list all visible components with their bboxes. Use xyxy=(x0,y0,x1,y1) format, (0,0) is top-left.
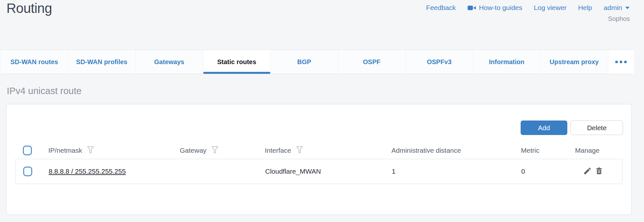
feedback-link[interactable]: Feedback xyxy=(426,4,456,12)
video-camera-icon xyxy=(467,5,476,11)
route-ip-netmask-link[interactable]: 8.8.8.8 / 255.255.255.255 xyxy=(49,168,126,175)
trash-icon xyxy=(595,167,603,176)
header-links: Feedback How-to guides Log viewer Help a… xyxy=(426,4,630,12)
column-header-gateway: Gateway xyxy=(180,147,207,154)
column-header-ip-netmask: IP/netmask xyxy=(48,147,82,154)
admin-menu-label: admin xyxy=(604,4,622,12)
filter-funnel-icon[interactable] xyxy=(87,146,94,155)
routing-tab-bar: SD-WAN routes SD-WAN profiles Gateways S… xyxy=(1,50,632,74)
edit-route-button[interactable] xyxy=(582,166,592,177)
how-to-guides-label: How-to guides xyxy=(479,4,522,12)
log-viewer-label: Log viewer xyxy=(534,4,567,12)
static-routes-card: Add Delete IP/netmask Gateway xyxy=(6,104,632,215)
tab-label: SD-WAN routes xyxy=(10,58,58,66)
delete-route-button[interactable] xyxy=(594,166,604,177)
how-to-guides-link[interactable]: How-to guides xyxy=(467,4,522,12)
tab-ospfv3[interactable]: OSPFv3 xyxy=(406,50,473,74)
column-header-interface: Interface xyxy=(265,147,291,154)
help-label: Help xyxy=(578,4,592,12)
tab-label: SD-WAN profiles xyxy=(76,58,127,66)
column-header-manage: Manage xyxy=(575,147,600,154)
tab-label: Upstream proxy xyxy=(550,58,599,66)
tab-overflow-button[interactable] xyxy=(608,50,634,74)
tab-upstream-proxy[interactable]: Upstream proxy xyxy=(541,50,608,74)
page-title: Routing xyxy=(6,1,52,16)
tab-sd-wan-routes[interactable]: SD-WAN routes xyxy=(1,50,68,74)
column-header-metric: Metric xyxy=(521,147,539,154)
tab-label: OSPF xyxy=(363,58,380,66)
select-all-checkbox[interactable] xyxy=(23,146,32,155)
tab-label: Information xyxy=(489,58,524,66)
section-title: IPv4 unicast route xyxy=(7,86,82,96)
pencil-icon xyxy=(583,167,592,176)
chevron-down-icon xyxy=(625,6,630,9)
filter-funnel-icon[interactable] xyxy=(296,146,303,155)
help-link[interactable]: Help xyxy=(578,4,592,12)
tab-gateways[interactable]: Gateways xyxy=(136,50,203,74)
row-select-checkbox[interactable] xyxy=(23,167,32,176)
table-header-row: IP/netmask Gateway Interface xyxy=(15,142,622,159)
brand-label: Sophos xyxy=(608,15,630,23)
filter-funnel-icon[interactable] xyxy=(211,146,218,155)
delete-button[interactable]: Delete xyxy=(571,121,623,135)
tab-label: Static routes xyxy=(217,58,256,66)
route-table-row: 8.8.8.8 / 255.255.255.255 Cloudflare_MWA… xyxy=(15,159,622,184)
log-viewer-link[interactable]: Log viewer xyxy=(534,4,567,12)
add-button[interactable]: Add xyxy=(521,121,567,135)
tab-label: BGP xyxy=(297,58,311,66)
route-metric-cell: 0 xyxy=(521,168,575,175)
route-manage-cell xyxy=(575,166,622,177)
more-dots-icon xyxy=(615,59,627,65)
feedback-link-label: Feedback xyxy=(426,4,456,12)
tab-ospf[interactable]: OSPF xyxy=(338,50,406,74)
admin-menu[interactable]: admin xyxy=(604,4,630,12)
tab-information[interactable]: Information xyxy=(473,50,541,74)
tab-label: Gateways xyxy=(154,58,184,66)
tab-bgp[interactable]: BGP xyxy=(271,50,338,74)
table-toolbar: Add Delete xyxy=(521,121,623,135)
route-admin-distance-cell: 1 xyxy=(392,168,521,175)
routes-table: IP/netmask Gateway Interface xyxy=(15,142,622,184)
tab-static-routes[interactable]: Static routes xyxy=(203,50,271,74)
tab-sd-wan-profiles[interactable]: SD-WAN profiles xyxy=(68,50,136,74)
tab-label: OSPFv3 xyxy=(427,58,452,66)
column-header-administrative-distance: Administrative distance xyxy=(391,147,461,154)
route-interface-cell: Cloudflare_MWAN xyxy=(265,168,392,175)
